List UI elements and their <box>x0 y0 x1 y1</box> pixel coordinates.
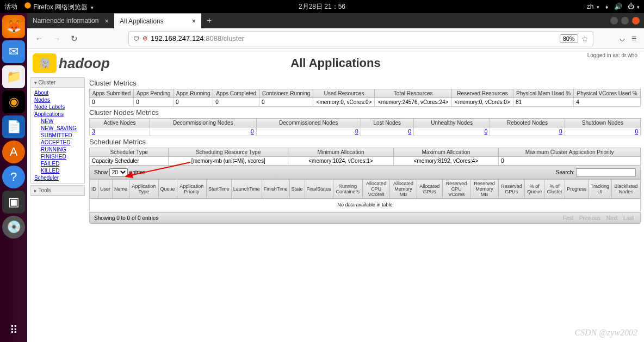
dock-firefox[interactable]: 🦊 <box>2 15 25 38</box>
sidebar-state-new-saving[interactable]: NEW_SAVING <box>41 125 81 132</box>
browser-window: Namenode information × All Applications … <box>27 13 644 342</box>
lang-indicator[interactable]: zh ▾ <box>587 3 599 10</box>
zoom-badge[interactable]: 80% <box>560 34 578 43</box>
app-menu[interactable]: Firefox 网络浏览器 ▾ <box>24 2 94 12</box>
main-content: Cluster Metrics Apps SubmittedApps Pendi… <box>89 77 641 224</box>
datatable-bottom: Showing 0 to 0 of 0 entries First Previo… <box>89 212 641 224</box>
pager-last[interactable]: Last <box>623 215 634 221</box>
dock-help[interactable]: ? <box>2 166 25 188</box>
url-text: 192.168.247.124:8088/cluster <box>151 34 556 42</box>
volume-icon[interactable]: 🔊 <box>614 3 622 10</box>
power-icon[interactable]: ⏻ ▾ <box>628 3 640 10</box>
cluster-metrics-table: Apps SubmittedApps PendingApps RunningAp… <box>89 89 641 107</box>
hamburger-menu[interactable]: ≡ <box>629 34 639 44</box>
sidebar-cluster-head[interactable]: Cluster <box>31 78 84 88</box>
datatable-info: Showing 0 to 0 of 0 entries <box>94 215 158 221</box>
tab-all-applications[interactable]: All Applications × <box>114 13 201 28</box>
hadoop-logo[interactable]: 🐘hadoop <box>33 52 131 74</box>
sidebar-node-labels[interactable]: Node Labels <box>34 103 81 111</box>
new-tab-button[interactable]: + <box>201 16 217 26</box>
nodes-metrics-title: Cluster Nodes Metrics <box>89 108 641 117</box>
pocket-icon[interactable]: ◡ <box>620 35 625 42</box>
clock[interactable]: 2月28日 21：56 <box>299 2 345 11</box>
applications-table: IDUserNameApplication TypeQueueApplicati… <box>89 179 641 211</box>
pager-first[interactable]: First <box>563 215 573 221</box>
dock: 🦊 ✉ 📁 ◉ 📄 A ? ▣ 💿 ⠿ <box>0 13 27 342</box>
dock-files[interactable]: 📁 <box>2 65 25 88</box>
forward-button[interactable]: → <box>50 32 63 45</box>
nodes-metrics-table: Active NodesDecommissioning NodesDecommi… <box>89 118 641 136</box>
pager-next[interactable]: Next <box>606 215 618 221</box>
bookmark-icon[interactable]: ☆ <box>581 34 589 43</box>
dock-writer[interactable]: 📄 <box>2 115 25 138</box>
activities-button[interactable]: 活动 <box>4 2 17 11</box>
shield-icon: 🛡 <box>133 35 139 42</box>
entries-select[interactable]: 20 <box>109 168 128 176</box>
sidebar-applications[interactable]: Applications <box>34 111 81 118</box>
tab-bar: Namenode information × All Applications … <box>27 13 644 28</box>
dock-rhythmbox[interactable]: ◉ <box>2 90 25 113</box>
maximize-button[interactable] <box>621 17 629 25</box>
cluster-metrics-title: Cluster Metrics <box>89 79 641 87</box>
page-title: All Applications <box>131 56 541 70</box>
sidebar-state-killed[interactable]: KILLED <box>41 167 81 174</box>
sidebar: Cluster About Nodes Node Labels Applicat… <box>30 77 85 224</box>
svg-point-0 <box>24 2 31 9</box>
dock-software[interactable]: A <box>2 141 25 163</box>
tab-namenode[interactable]: Namenode information × <box>27 13 114 28</box>
page-content: Logged in as: dr.who 🐘hadoop All Applica… <box>27 49 644 342</box>
scheduler-metrics-table: Scheduler TypeScheduling Resource TypeMi… <box>89 148 641 166</box>
search-input[interactable] <box>576 168 636 176</box>
sidebar-state-submitted[interactable]: SUBMITTED <box>41 132 81 139</box>
pager: First Previous Next Last <box>561 215 636 221</box>
sidebar-state-running[interactable]: RUNNING <box>41 146 81 153</box>
sidebar-state-accepted[interactable]: ACCEPTED <box>41 139 81 146</box>
pager-prev[interactable]: Previous <box>579 215 600 221</box>
sidebar-about[interactable]: About <box>34 89 81 96</box>
close-icon[interactable]: × <box>191 17 196 25</box>
scheduler-metrics-title: Scheduler Metrics <box>89 138 641 146</box>
close-icon[interactable]: × <box>104 17 109 25</box>
sidebar-state-finished[interactable]: FINISHED <box>41 153 81 160</box>
watermark: CSDN @zyw2002 <box>574 328 637 338</box>
dock-thunderbird[interactable]: ✉ <box>2 40 25 63</box>
minimize-button[interactable] <box>610 17 618 25</box>
lock-icon: ⊘ <box>143 35 147 42</box>
url-bar-row: ← → ↻ 🛡 ⊘ 192.168.247.124:8088/cluster 8… <box>27 28 644 49</box>
login-info: Logged in as: dr.who <box>587 52 637 58</box>
gnome-topbar: 活动 Firefox 网络浏览器 ▾ 2月28日 21：56 zh ▾ ⬧ 🔊 … <box>0 0 644 13</box>
sidebar-state-new[interactable]: NEW <box>41 118 81 125</box>
dock-terminal[interactable]: ▣ <box>2 191 25 213</box>
sidebar-nodes[interactable]: Nodes <box>34 96 81 103</box>
back-button[interactable]: ← <box>33 32 46 45</box>
sidebar-state-failed[interactable]: FAILED <box>41 160 81 167</box>
dock-disc[interactable]: 💿 <box>2 216 25 239</box>
active-nodes-link[interactable]: 3 <box>92 129 95 135</box>
url-bar[interactable]: 🛡 ⊘ 192.168.247.124:8088/cluster 80% ☆ <box>128 31 593 46</box>
reload-button[interactable]: ↻ <box>67 32 81 45</box>
network-icon[interactable]: ⬧ <box>605 3 609 10</box>
sidebar-scheduler[interactable]: Scheduler <box>34 174 81 181</box>
dock-show-apps[interactable]: ⠿ <box>10 323 18 337</box>
firefox-icon <box>24 2 32 9</box>
close-button[interactable] <box>632 17 640 25</box>
sidebar-tools-head[interactable]: Tools <box>31 186 84 196</box>
datatable-top: Show 20 entries Search: <box>89 166 641 179</box>
